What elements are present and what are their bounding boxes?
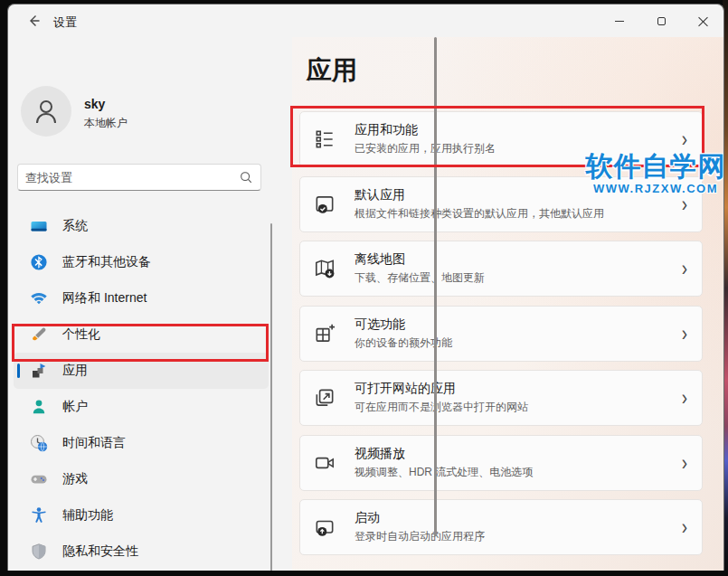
card-subtitle: 下载、存储位置、地图更新 [355, 270, 682, 286]
chevron-right-icon: › [682, 449, 687, 476]
sidebar-item-gaming[interactable]: 游戏 [14, 461, 269, 497]
settings-card-offline-maps[interactable]: 离线地图下载、存储位置、地图更新› [299, 241, 703, 297]
privacy-icon [30, 543, 48, 561]
user-account-type: 本地帐户 [84, 116, 128, 131]
chevron-right-icon: › [682, 320, 687, 346]
chevron-right-icon: › [682, 256, 687, 282]
close-button[interactable] [682, 5, 723, 37]
card-subtitle: 登录时自动启动的应用程序 [355, 529, 682, 544]
card-subtitle: 根据文件和链接种类设置的默认应用，其他默认应用 [355, 206, 682, 222]
sidebar-item-label: 网络和 Internet [62, 290, 147, 307]
sidebar-scrollbar[interactable] [270, 223, 272, 571]
minimize-icon [615, 21, 624, 22]
sidebar-item-network[interactable]: 网络和 Internet [14, 280, 269, 316]
minimize-button[interactable] [599, 5, 640, 37]
apps-features-icon [313, 127, 336, 151]
chevron-right-icon: › [682, 191, 687, 217]
optional-features-icon [313, 322, 336, 345]
settings-card-video-playback[interactable]: 视频播放视频调整、HDR 流式处理、电池选项› [299, 435, 703, 491]
sidebar-item-label: 应用 [62, 363, 88, 379]
chevron-right-icon: › [682, 515, 687, 541]
titlebar: 设置 [8, 5, 723, 37]
settings-card-default-apps[interactable]: 默认应用根据文件和链接种类设置的默认应用，其他默认应用› [299, 176, 703, 232]
card-title: 启动 [355, 510, 682, 526]
card-title: 视频播放 [355, 446, 682, 462]
page-title: 应用 [307, 53, 357, 88]
network-icon [30, 289, 48, 307]
sidebar-item-label: 辅助功能 [62, 507, 113, 524]
sidebar-item-label: 时间和语言 [62, 435, 126, 451]
card-title: 离线地图 [355, 251, 682, 268]
sidebar-item-label: 个性化 [62, 326, 100, 343]
settings-card-startup[interactable]: 启动登录时自动启动的应用程序› [299, 499, 703, 555]
chevron-right-icon: › [682, 127, 687, 153]
sidebar-item-windows-update[interactable]: Windows 更新 [14, 570, 269, 571]
sidebar-item-personalization[interactable]: 个性化 [14, 316, 269, 353]
card-title: 可选功能 [355, 316, 682, 333]
sidebar-item-system[interactable]: 系统 [14, 208, 269, 244]
sidebar-nav: 系统蓝牙和其他设备网络和 Internet个性化应用帐户时间和语言游戏辅助功能隐… [14, 208, 269, 571]
card-title: 应用和功能 [355, 122, 682, 138]
settings-cards: 应用和功能已安装的应用，应用执行别名›默认应用根据文件和链接种类设置的默认应用，… [299, 111, 703, 564]
window-title: 设置 [53, 14, 77, 31]
user-icon [31, 96, 61, 127]
settings-card-optional-features[interactable]: 可选功能你的设备的额外功能› [299, 306, 703, 362]
personalization-icon [30, 326, 48, 344]
system-icon [30, 217, 48, 235]
card-subtitle: 可在应用而不是浏览器中打开的网站 [355, 400, 682, 415]
sidebar-item-label: 帐户 [62, 399, 88, 415]
back-arrow-icon [26, 14, 41, 28]
sidebar-item-label: 隐私和安全性 [62, 543, 138, 560]
search-icon [239, 170, 253, 184]
sidebar-item-label: 蓝牙和其他设备 [62, 254, 151, 270]
gaming-icon [30, 470, 48, 488]
startup-icon [313, 515, 336, 539]
video-playback-icon [313, 451, 336, 475]
sidebar-item-label: 游戏 [62, 471, 88, 487]
card-subtitle: 你的设备的额外功能 [355, 335, 682, 351]
sidebar-item-apps[interactable]: 应用 [14, 353, 269, 389]
sidebar-item-accessibility[interactable]: 辅助功能 [14, 497, 269, 534]
apps-websites-icon [313, 386, 336, 410]
main-scrollbar[interactable] [434, 37, 437, 536]
sidebar: sky 本地帐户 系统蓝牙和其他设备网络和 Internet个性化应用帐户时间和… [8, 37, 292, 571]
default-apps-icon [313, 193, 336, 216]
main-pane: 应用 应用和功能已安装的应用，应用执行别名›默认应用根据文件和链接种类设置的默认… [292, 37, 724, 571]
sidebar-item-label: 系统 [62, 218, 88, 234]
back-button[interactable] [19, 9, 48, 33]
settings-window: 设置 sky 本地帐户 系统蓝牙和其他设备网络和 Internet个性化应用帐户… [7, 4, 724, 571]
avatar[interactable] [21, 86, 71, 137]
settings-card-apps-websites[interactable]: 可打开网站的应用可在应用而不是浏览器中打开的网站› [299, 370, 703, 426]
accessibility-icon [30, 506, 48, 524]
maximize-icon [657, 17, 666, 25]
search-box[interactable] [17, 164, 261, 191]
accounts-icon [30, 398, 48, 416]
bluetooth-icon [30, 253, 48, 271]
maximize-button[interactable] [640, 5, 682, 37]
sidebar-item-privacy[interactable]: 隐私和安全性 [14, 534, 269, 570]
close-icon [698, 16, 708, 26]
card-subtitle: 已安装的应用，应用执行别名 [355, 141, 682, 156]
user-name: sky [84, 97, 105, 111]
time-language-icon [30, 434, 48, 452]
settings-card-apps-features[interactable]: 应用和功能已安装的应用，应用执行别名› [299, 111, 703, 167]
search-input[interactable] [25, 171, 239, 184]
apps-icon [30, 362, 48, 380]
card-title: 默认应用 [355, 187, 682, 203]
chevron-right-icon: › [682, 385, 687, 411]
offline-maps-icon [313, 257, 336, 280]
sidebar-item-bluetooth[interactable]: 蓝牙和其他设备 [14, 244, 269, 280]
sidebar-item-time-language[interactable]: 时间和语言 [14, 425, 269, 461]
card-subtitle: 视频调整、HDR 流式处理、电池选项 [355, 465, 682, 480]
sidebar-item-accounts[interactable]: 帐户 [14, 389, 269, 425]
card-title: 可打开网站的应用 [355, 381, 682, 397]
